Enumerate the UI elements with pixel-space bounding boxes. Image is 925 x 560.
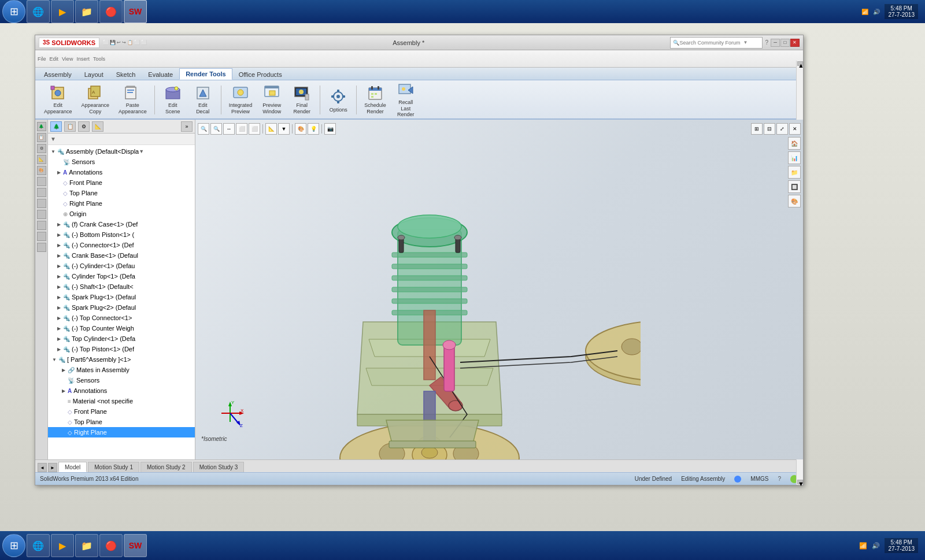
tree-btn-config-manager[interactable]: ⚙: [78, 121, 90, 132]
tree-toggle-crank-case[interactable]: ▶: [56, 221, 62, 227]
recall-last-render-button[interactable]: RecallLastRender: [391, 83, 420, 117]
tree-item-material[interactable]: ≡ Material <not specifie: [48, 396, 195, 406]
vp-right-btn-4[interactable]: 🔲: [788, 180, 801, 193]
vp-right-btn-5[interactable]: 🎨: [788, 195, 801, 207]
tree-toggle-part6[interactable]: ▼: [51, 357, 57, 362]
tree-item-assembly-root[interactable]: ▼ 🔩 Assembly (Default<Displa ▼: [48, 146, 195, 157]
tree-item-top-piston[interactable]: ▶ 🔩 (-) Top Piston<1> (Def: [48, 344, 195, 354]
taskbar-bottom-explorer[interactable]: 📁: [75, 534, 98, 557]
taskbar-chrome[interactable]: 🔴: [99, 0, 123, 23]
options-button[interactable]: Options: [324, 83, 353, 117]
vp-close-btn[interactable]: ✕: [789, 123, 801, 135]
taskbar-bottom-chrome[interactable]: 🔴: [99, 534, 123, 557]
vp-camera-btn[interactable]: 📷: [324, 123, 336, 135]
tree-btn-dim-expert[interactable]: 📐: [92, 121, 103, 132]
tab-nav-prev[interactable]: ◄: [38, 463, 47, 472]
left-icon-custom1[interactable]: [37, 177, 46, 186]
search-input[interactable]: [679, 40, 743, 46]
tree-item-cylinder[interactable]: ▶ 🔩 (-) Cylinder<1> (Defau: [48, 261, 195, 271]
copy-appearance-button[interactable]: A AppearanceCopy: [77, 83, 114, 117]
help-icon[interactable]: ?: [765, 39, 768, 46]
tab-layout[interactable]: Layout: [78, 68, 110, 80]
tree-toggle-bottom-piston[interactable]: ▶: [56, 232, 62, 238]
tree-item-sensors[interactable]: 📡 Sensors: [48, 157, 195, 167]
taskbar-explorer[interactable]: 📁: [75, 0, 98, 23]
start-button[interactable]: ⊞: [2, 0, 25, 23]
tree-toggle-top-cylinder[interactable]: ▶: [56, 336, 62, 342]
tree-toggle-crank-base[interactable]: ▶: [56, 253, 62, 258]
taskbar-bottom-ie[interactable]: 🌐: [27, 534, 50, 557]
tree-item-top-cylinder[interactable]: ▶ 🔩 Top Cylinder<1> (Defa: [48, 333, 195, 344]
tree-item-top-connector[interactable]: ▶ 🔩 (-) Top Connector<1>: [48, 313, 195, 323]
taskbar-bottom-start[interactable]: ⊞: [2, 534, 25, 557]
tree-item-mates-in-assembly[interactable]: ▶ 🔗 Mates in Assembly: [48, 365, 195, 375]
tree-item-origin[interactable]: ⊕ Origin: [48, 209, 195, 219]
tree-item-crank-case[interactable]: ▶ 🔩 (f) Crank Case<1> (Def: [48, 219, 195, 229]
search-dropdown-icon[interactable]: ▼: [743, 40, 748, 45]
tree-toggle-cylinder[interactable]: ▶: [56, 263, 62, 269]
tree-item-right-plane-sub[interactable]: ◇ Right Plane: [48, 427, 195, 437]
schedule-render-button[interactable]: ScheduleRender: [360, 83, 390, 117]
tree-toggle-top-connector[interactable]: ▶: [56, 315, 62, 321]
vp-light-btn[interactable]: 💡: [308, 123, 319, 135]
tree-toggle-connector[interactable]: ▶: [56, 242, 62, 248]
edit-appearance-button[interactable]: EditAppearance: [40, 83, 76, 117]
left-icon-dim-expert[interactable]: 📐: [37, 155, 46, 164]
vp-split-h-btn[interactable]: ⊟: [764, 123, 775, 135]
final-render-button[interactable]: FinalRender: [287, 83, 316, 117]
tree-item-top-plane-sub[interactable]: ◇ Top Plane: [48, 417, 195, 427]
taskbar-solidworks[interactable]: SW: [124, 0, 147, 23]
tab-evaluate[interactable]: Evaluate: [142, 68, 179, 80]
left-icon-appearance[interactable]: 🎨: [37, 166, 46, 175]
search-box[interactable]: 🔍 ▼: [670, 37, 763, 49]
tree-item-front-plane-sub[interactable]: ◇ Front Plane: [48, 406, 195, 417]
vp-select-btn[interactable]: ⬜: [236, 123, 247, 135]
vp-rotate-btn[interactable]: ↔: [223, 123, 235, 135]
tree-toggle-top-counter-weigh[interactable]: ▶: [56, 325, 62, 331]
tab-motion-study-3[interactable]: Motion Study 3: [193, 462, 245, 472]
tree-toggle-top-piston[interactable]: ▶: [56, 346, 62, 352]
close-button[interactable]: ✕: [790, 39, 800, 47]
menu-item-insert[interactable]: Insert: [76, 56, 90, 62]
vp-zoom-out-btn[interactable]: 🔍: [210, 123, 222, 135]
tree-btn-expand[interactable]: »: [181, 121, 193, 132]
vp-grid-btn[interactable]: ⊞: [751, 123, 763, 135]
left-icon-custom6[interactable]: [37, 232, 46, 241]
3d-viewport[interactable]: 🔍 🔍 ↔ ⬜ ⬜ 📐 ▼ 🎨 💡 📷 ⊞ ⊟ ⤢ ✕: [195, 120, 803, 459]
tree-item-annotations-sub[interactable]: ▶ A Annotations: [48, 385, 195, 396]
left-icon-custom7[interactable]: [37, 243, 46, 252]
tab-model[interactable]: Model: [58, 462, 87, 472]
vp-right-btn-3[interactable]: 📁: [788, 166, 801, 179]
tree-item-sensors-sub[interactable]: 📡 Sensors: [48, 375, 195, 385]
tree-item-part6-assembly[interactable]: ▼ 🔩 [ Part6^Assembly ]<1>: [48, 354, 195, 365]
menu-item-file[interactable]: File: [38, 56, 46, 62]
maximize-button[interactable]: □: [780, 39, 790, 47]
tree-btn-property-manager[interactable]: 📋: [64, 121, 76, 132]
edit-decal-button[interactable]: EditDecal: [188, 83, 217, 117]
vp-right-btn-1[interactable]: 🏠: [788, 137, 801, 150]
left-icon-config-manager[interactable]: ⚙: [37, 144, 46, 153]
tree-item-right-plane[interactable]: ◇ Right Plane: [48, 198, 195, 209]
vp-display-btn[interactable]: ▼: [278, 123, 290, 135]
taskbar-ie[interactable]: 🌐: [27, 0, 50, 23]
tab-render-tools[interactable]: Render Tools: [179, 68, 232, 80]
tree-item-top-plane[interactable]: ◇ Top Plane: [48, 188, 195, 198]
taskbar-media-player[interactable]: ▶: [51, 0, 74, 23]
tree-item-annotations[interactable]: ▶ A Annotations: [48, 167, 195, 177]
left-icon-custom2[interactable]: [37, 188, 46, 197]
tree-toggle-spark-plug2[interactable]: ▶: [56, 305, 62, 310]
left-icon-custom4[interactable]: [37, 210, 46, 219]
vp-right-btn-2[interactable]: 📊: [788, 151, 801, 164]
tree-item-top-counter-weigh[interactable]: ▶ 🔩 (-) Top Counter Weigh: [48, 323, 195, 333]
integrated-preview-button[interactable]: IntegratedPreview: [225, 83, 257, 117]
status-units[interactable]: MMGS: [750, 476, 768, 482]
status-help[interactable]: ?: [778, 476, 781, 482]
left-icon-custom3[interactable]: [37, 199, 46, 208]
tree-btn-feature-manager[interactable]: 🌲: [50, 121, 62, 132]
tree-item-connector[interactable]: ▶ 🔩 (-) Connector<1> (Def: [48, 240, 195, 250]
left-icon-property-manager[interactable]: 📋: [37, 133, 46, 142]
vp-expand-btn[interactable]: ⤢: [776, 123, 788, 135]
edit-scene-button[interactable]: EditScene: [158, 83, 187, 117]
tree-toggle-shaft[interactable]: ▶: [56, 284, 62, 290]
tree-item-bottom-piston[interactable]: ▶ 🔩 (-) Bottom Piston<1> (: [48, 229, 195, 240]
